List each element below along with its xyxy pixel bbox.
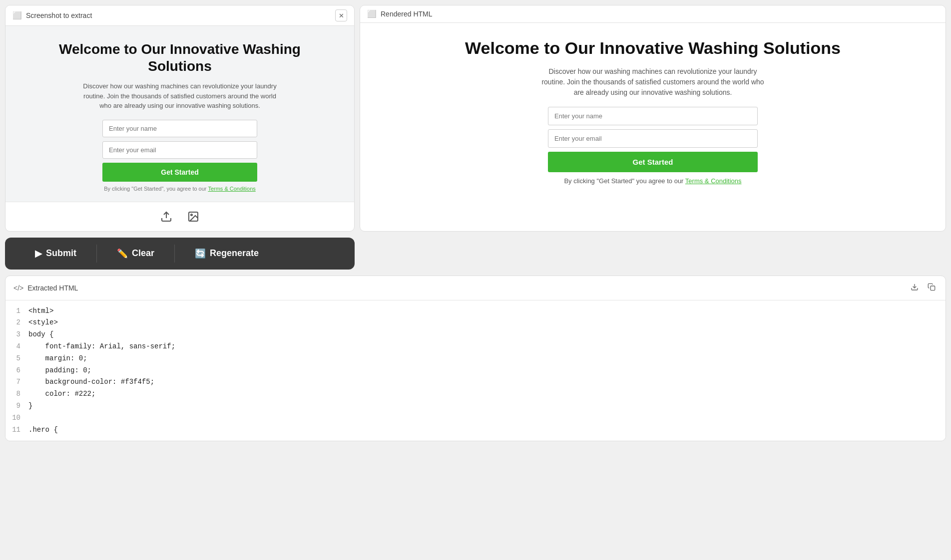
line-number: 2 — [10, 317, 28, 329]
left-get-started-button[interactable]: Get Started — [102, 163, 257, 182]
line-number: 7 — [10, 376, 28, 388]
close-button[interactable]: ✕ — [335, 9, 347, 21]
screenshot-tab: ⬜ Screenshot to extract ✕ — [5, 5, 354, 26]
code-line: 9} — [5, 400, 946, 412]
rendered-image-icon: ⬜ — [367, 9, 377, 18]
line-content: font-family: Arial, sans-serif; — [28, 341, 175, 353]
left-panel-footer — [5, 202, 354, 231]
code-area: 1<html>2<style>3body {4 font-family: Ari… — [5, 300, 946, 441]
code-line: 5 margin: 0; — [5, 353, 946, 365]
line-content: <style> — [28, 317, 58, 329]
line-content: color: #222; — [28, 388, 95, 400]
line-number: 4 — [10, 341, 28, 353]
line-content: body { — [28, 329, 53, 341]
image-upload-icon[interactable] — [185, 208, 202, 225]
line-number: 5 — [10, 353, 28, 365]
screenshot-tab-label: Screenshot to extract — [26, 11, 92, 19]
right-get-started-button[interactable]: Get Started — [548, 152, 758, 172]
code-tab-label: Extracted HTML — [27, 284, 78, 292]
action-bar: ▶ Submit ✏️ Clear 🔄 Regenerate — [5, 238, 355, 270]
clear-icon: ✏️ — [117, 248, 128, 259]
right-name-input[interactable] — [548, 107, 758, 125]
left-terms-prefix: By clicking "Get Started", you agree to … — [104, 186, 208, 192]
rendered-content: Welcome to Our Innovative Washing Soluti… — [360, 23, 946, 213]
code-line: 2<style> — [5, 317, 946, 329]
line-content: } — [28, 400, 32, 412]
line-number: 3 — [10, 329, 28, 341]
right-hero-title: Welcome to Our Innovative Washing Soluti… — [465, 38, 841, 58]
line-content: margin: 0; — [28, 353, 87, 365]
image-icon: ⬜ — [12, 11, 22, 20]
line-number: 6 — [10, 365, 28, 377]
code-line: 1<html> — [5, 305, 946, 317]
svg-rect-4 — [931, 286, 935, 290]
clear-button[interactable]: ✏️ Clear — [97, 248, 174, 259]
code-panel: </> Extracted HTML 1<html>2<style>3body … — [5, 276, 946, 442]
code-tab: </> Extracted HTML — [5, 276, 946, 300]
rendered-tab-label: Rendered HTML — [381, 10, 433, 18]
code-line: 8 color: #222; — [5, 388, 946, 400]
regenerate-label: Regenerate — [210, 248, 259, 259]
code-line: 3body { — [5, 329, 946, 341]
clear-label: Clear — [132, 248, 154, 259]
left-terms: By clicking "Get Started", you agree to … — [104, 186, 256, 192]
regenerate-button[interactable]: 🔄 Regenerate — [175, 248, 279, 259]
line-content: padding: 0; — [28, 365, 91, 377]
code-icon: </> — [13, 284, 23, 292]
regenerate-icon: 🔄 — [195, 248, 206, 259]
line-number: 1 — [10, 305, 28, 317]
copy-button[interactable] — [926, 281, 938, 295]
line-content: background-color: #f3f4f5; — [28, 376, 154, 388]
top-section: ⬜ Screenshot to extract ✕ Welcome to Our… — [0, 0, 951, 232]
submit-button[interactable]: ▶ Submit — [15, 248, 96, 259]
code-line: 10 — [5, 412, 946, 424]
code-line: 7 background-color: #f3f4f5; — [5, 376, 946, 388]
submit-label: Submit — [46, 248, 76, 259]
line-number: 10 — [10, 412, 28, 424]
svg-point-2 — [191, 214, 192, 216]
left-terms-link[interactable]: Terms & Conditions — [208, 186, 255, 192]
right-terms: By clicking "Get Started" you agree to o… — [564, 177, 741, 185]
left-hero-title: Welcome to Our Innovative Washing Soluti… — [25, 41, 334, 74]
line-content: <html> — [28, 305, 53, 317]
left-panel: ⬜ Screenshot to extract ✕ Welcome to Our… — [5, 5, 355, 232]
line-number: 11 — [10, 424, 28, 436]
right-panel: ⬜ Rendered HTML Welcome to Our Innovativ… — [360, 5, 946, 232]
left-email-input[interactable] — [102, 141, 257, 159]
right-terms-link[interactable]: Terms & Conditions — [685, 177, 742, 185]
code-line: 11.hero { — [5, 424, 946, 436]
screenshot-content: Welcome to Our Innovative Washing Soluti… — [5, 26, 354, 202]
code-line: 4 font-family: Arial, sans-serif; — [5, 341, 946, 353]
submit-icon: ▶ — [35, 248, 42, 259]
line-number: 9 — [10, 400, 28, 412]
code-line: 6 padding: 0; — [5, 365, 946, 377]
upload-icon[interactable] — [158, 208, 175, 225]
code-tab-actions — [909, 281, 938, 295]
download-button[interactable] — [909, 281, 921, 295]
right-terms-prefix: By clicking "Get Started" you agree to o… — [564, 177, 685, 185]
rendered-tab: ⬜ Rendered HTML — [360, 5, 946, 23]
line-content: .hero { — [28, 424, 58, 436]
right-email-input[interactable] — [548, 129, 758, 148]
right-hero-description: Discover how our washing machines can re… — [538, 66, 768, 98]
line-number: 8 — [10, 388, 28, 400]
left-name-input[interactable] — [102, 120, 257, 137]
left-hero-description: Discover how our washing machines can re… — [80, 81, 280, 111]
